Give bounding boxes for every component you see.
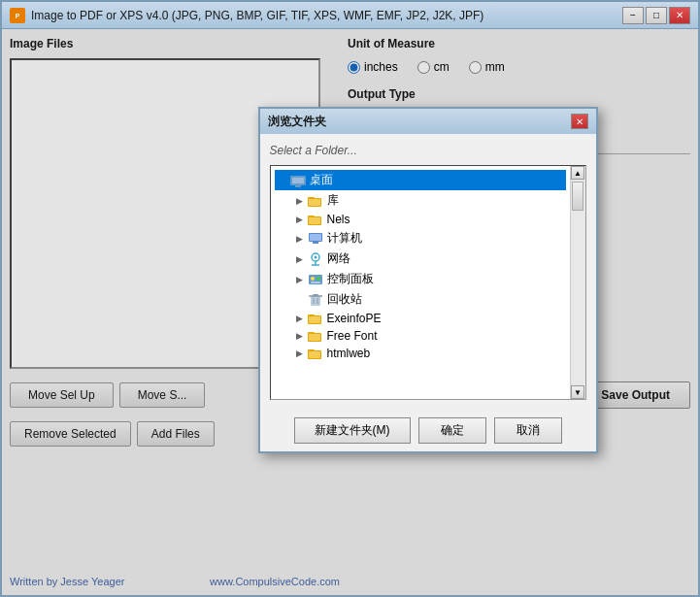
ok-button[interactable]: 确定 [418,417,486,444]
svg-rect-12 [310,234,321,241]
tree-item-freefont[interactable]: ▶ Free Font [275,327,566,345]
network-icon [308,252,323,266]
tree-label-network: 网络 [327,250,350,267]
tree-item-computer[interactable]: ▶ 计算机 [275,228,566,249]
svg-rect-3 [292,178,304,183]
tree-label-computer: 计算机 [327,230,362,247]
scrollbar[interactable]: ▲ ▼ [570,166,585,399]
svg-point-19 [311,277,315,281]
scroll-up-button[interactable]: ▲ [571,166,584,180]
svg-rect-35 [309,351,320,358]
exeinfope-icon [308,312,323,325]
cancel-button[interactable]: 取消 [494,417,562,444]
lib-icon [308,194,323,208]
tree-label-trash: 回收站 [327,291,362,308]
scroll-track [571,180,584,385]
tree-item-controlpanel[interactable]: ▶ 控制面板 [275,269,566,289]
modal-title-bar: 浏览文件夹 ✕ [260,109,596,134]
svg-rect-4 [295,185,301,187]
tree-label-controlpanel: 控制面板 [327,271,374,287]
new-folder-button[interactable]: 新建文件夹(M) [294,417,411,444]
computer-icon [308,232,323,246]
modal-footer: 新建文件夹(M) 确定 取消 [260,410,596,451]
desktop-icon [290,174,306,187]
tree-item-nels[interactable]: ▶ Nels [275,211,566,228]
expand-icon-exeinfope: ▶ [294,313,306,324]
freefont-icon [308,329,323,343]
tree-label-lib: 库 [327,192,339,209]
controlpanel-icon [308,273,323,286]
tree-item-htmlweb[interactable]: ▶ htmlweb [275,345,566,362]
expand-icon-htmlweb: ▶ [294,348,306,359]
svg-rect-24 [313,294,318,296]
tree-item-desktop[interactable]: 桌面 [275,170,566,190]
tree-item-lib[interactable]: ▶ 库 [275,190,566,211]
tree-item-trash[interactable]: 回收站 [275,289,566,310]
app-icon: P [10,8,25,23]
tree-item-exeinfope[interactable]: ▶ ExeinfoPE [275,310,566,327]
main-window: P Image to PDF or XPS v4.0 (JPG, PNG, BM… [0,0,700,597]
expand-icon-desktop [277,175,288,186]
modal-overlay: 浏览文件夹 ✕ Select a Folder... [2,29,698,595]
folder-tree[interactable]: 桌面 ▶ 库 [271,166,570,399]
tree-label-htmlweb: htmlweb [327,347,371,360]
expand-icon-freefont: ▶ [294,330,306,342]
close-button[interactable]: ✕ [669,7,690,24]
tree-label-desktop: 桌面 [310,172,333,188]
modal-title: 浏览文件夹 [268,114,326,130]
svg-rect-22 [311,296,320,306]
expand-icon-controlpanel: ▶ [294,274,306,285]
scroll-thumb[interactable] [572,182,583,211]
tree-area: 桌面 ▶ 库 [270,165,586,400]
tree-label-exeinfope: ExeinfoPE [327,312,382,325]
svg-point-15 [314,255,317,258]
maximize-button[interactable]: □ [646,7,667,24]
window-controls: − □ ✕ [622,7,690,24]
tree-label-nels: Nels [327,213,350,226]
svg-text:P: P [16,13,20,19]
expand-icon-network: ▶ [294,253,306,265]
nels-icon [308,213,323,226]
svg-rect-10 [309,217,320,224]
svg-rect-21 [311,282,320,283]
svg-rect-29 [309,316,320,323]
trash-icon [308,293,323,307]
tree-item-network[interactable]: ▶ 网络 [275,249,566,269]
scroll-down-button[interactable]: ▼ [571,385,584,399]
title-bar: P Image to PDF or XPS v4.0 (JPG, PNG, BM… [2,2,698,29]
svg-rect-7 [309,199,320,206]
svg-rect-32 [309,334,320,341]
svg-point-20 [317,277,320,281]
expand-icon-nels: ▶ [294,214,306,225]
main-content: Image Files Move Sel Up Move S... Remove… [2,29,698,595]
expand-icon-lib: ▶ [294,195,306,207]
expand-icon-computer: ▶ [294,233,306,245]
browse-folder-dialog: 浏览文件夹 ✕ Select a Folder... [258,107,598,453]
tree-label-freefont: Free Font [327,329,378,343]
modal-close-button[interactable]: ✕ [571,114,588,129]
modal-body: Select a Folder... 桌 [260,134,596,410]
window-title: Image to PDF or XPS v4.0 (JPG, PNG, BMP,… [31,9,622,22]
minimize-button[interactable]: − [622,7,644,24]
htmlweb-icon [308,347,323,360]
modal-instruction: Select a Folder... [270,144,586,157]
svg-rect-13 [313,242,318,244]
expand-icon-trash [294,294,306,306]
